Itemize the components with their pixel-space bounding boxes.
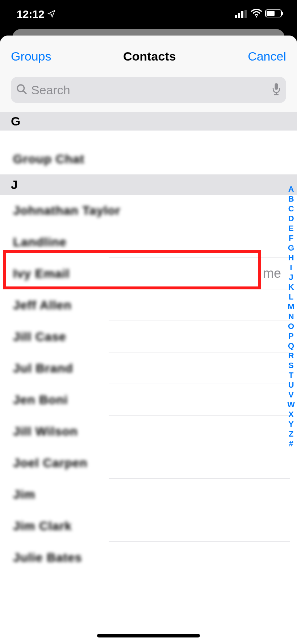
contact-name: Jill Case [13,330,66,344]
index-letter[interactable]: M [287,302,295,311]
index-letter[interactable]: X [287,409,295,419]
index-letter[interactable]: J [287,272,295,282]
cellular-icon [235,8,248,20]
contacts-list[interactable]: Group Chat J Johnathan Taylor Landline I… [0,131,297,644]
list-item[interactable]: Johnathan Taylor [0,195,297,226]
list-item[interactable] [0,131,297,143]
search-icon [16,83,28,96]
index-letter[interactable]: D [287,214,295,223]
contact-name: Julie Bates [13,550,82,565]
index-letter[interactable]: W [287,400,295,409]
contact-name: Ivy Email [13,267,70,281]
svg-rect-0 [235,15,237,18]
alphabet-index[interactable]: ABCDEFGHIJKLMNOPQRSTUVWXYZ# [287,184,295,449]
svg-rect-2 [241,11,243,18]
groups-button[interactable]: Groups [11,49,51,63]
contact-name: Landline [13,235,67,249]
index-letter[interactable]: A [287,184,295,194]
contact-name: Jen Boni [13,393,68,407]
svg-line-9 [23,91,26,94]
index-letter[interactable]: P [287,331,295,341]
status-time: 12:12 [17,8,45,20]
contact-name: Jim Clark [13,519,72,533]
list-item[interactable]: Jen Boni [0,384,297,415]
pinned-section-header: G [0,112,297,131]
page-title: Contacts [123,49,176,63]
location-icon [47,8,55,20]
list-item[interactable]: Jill Wilson [0,416,297,447]
list-item[interactable]: Jim Clark [0,510,297,541]
home-indicator[interactable] [97,634,200,637]
index-letter[interactable]: L [287,292,295,302]
contact-name: Jeff Allen [13,298,72,312]
status-bar: 12:12 [0,0,297,28]
search-input[interactable] [31,83,268,97]
svg-rect-3 [244,10,247,18]
contact-name: Group Chat [13,152,84,166]
svg-rect-7 [282,12,283,15]
index-letter[interactable]: O [287,321,295,331]
svg-rect-6 [267,11,275,16]
list-item[interactable]: Group Chat [0,143,297,174]
search-field[interactable] [11,77,286,103]
nav-bar: Groups Contacts Cancel [0,36,297,77]
svg-point-4 [256,16,257,17]
index-letter[interactable]: G [287,243,295,253]
index-letter[interactable]: H [287,253,295,263]
index-letter[interactable]: U [287,380,295,390]
index-letter[interactable]: T [287,370,295,380]
list-item[interactable]: Ivy Email me [0,258,297,289]
index-letter[interactable]: R [287,351,295,360]
index-letter[interactable]: B [287,194,295,204]
section-header: J [0,174,297,195]
list-item[interactable]: Landline [0,226,297,257]
list-item[interactable]: Julie Bates [0,542,297,573]
index-letter[interactable]: Y [287,419,295,429]
index-letter[interactable]: Z [287,429,295,439]
cancel-button[interactable]: Cancel [248,49,286,63]
index-letter[interactable]: # [287,439,295,449]
index-letter[interactable]: C [287,204,295,214]
svg-rect-10 [275,83,278,90]
me-label: me [263,266,281,281]
contact-name: Jill Wilson [13,424,78,438]
contacts-sheet: Groups Contacts Cancel G Group Chat J Jo… [0,36,297,644]
index-letter[interactable]: Q [287,341,295,351]
battery-icon [265,8,284,20]
index-letter[interactable]: N [287,311,295,321]
index-letter[interactable]: E [287,223,295,233]
index-letter[interactable]: S [287,360,295,370]
list-item[interactable]: Jim [0,479,297,510]
svg-rect-1 [238,13,240,18]
index-letter[interactable]: K [287,282,295,292]
index-letter[interactable]: F [287,233,295,243]
list-item[interactable]: Jill Case [0,321,297,352]
list-item[interactable]: Joel Carpen [0,447,297,478]
contact-name: Johnathan Taylor [13,203,121,218]
contact-name: Joel Carpen [13,456,88,470]
list-item[interactable]: Jul Brand [0,352,297,384]
index-letter[interactable]: V [287,390,295,400]
index-letter[interactable]: I [287,263,295,272]
mic-icon[interactable] [272,83,281,97]
contact-name: Jul Brand [13,361,73,375]
list-item[interactable]: Jeff Allen [0,289,297,321]
search-container [0,77,297,112]
wifi-icon [251,8,262,20]
contact-name: Jim [13,487,35,501]
